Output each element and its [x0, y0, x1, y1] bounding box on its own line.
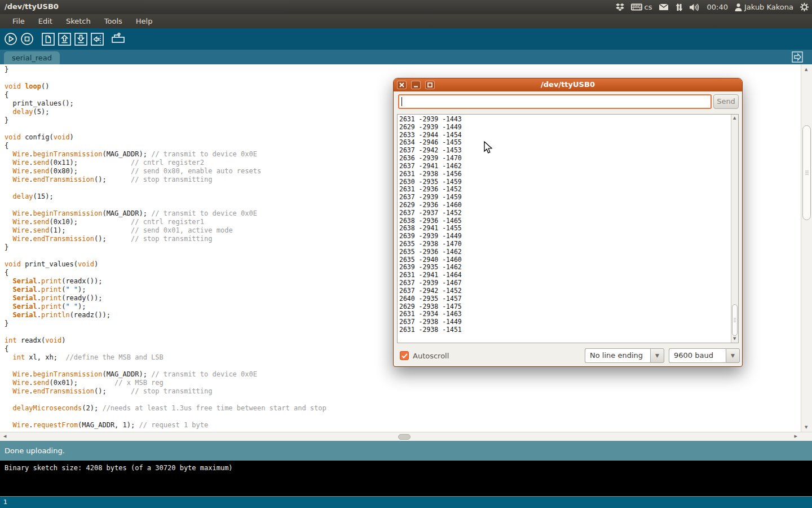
scroll-down-icon[interactable]: ▼ — [733, 337, 736, 341]
tab-menu-icon[interactable] — [791, 51, 804, 63]
volume-icon[interactable] — [690, 3, 700, 11]
user-name-label: Jakub Kakona — [744, 3, 793, 11]
toolbar — [0, 28, 812, 50]
serial-monitor-window: /dev/ttyUSB0 Send 2631 -2939 -14432629 -… — [393, 78, 743, 367]
editor-scrollbar-thumb[interactable] — [802, 125, 811, 220]
upload-button[interactable] — [90, 32, 104, 46]
console-text: Binary sketch size: 4208 bytes (of a 307… — [5, 464, 233, 472]
serial-input[interactable] — [398, 94, 712, 109]
window-titlebar[interactable]: /dev/ttyUSB0 cs 00:40 Jaku — [0, 0, 812, 14]
baud-rate-dropdown[interactable]: 9600 baud ▼ — [669, 348, 740, 363]
sync-arrows-icon[interactable] — [676, 3, 683, 11]
scroll-down-icon[interactable]: ▼ — [805, 426, 807, 430]
status-message: Done uploading. — [5, 446, 65, 455]
window-title: /dev/ttyUSB0 — [5, 2, 59, 11]
serial-monitor-button[interactable] — [111, 32, 125, 46]
serial-window-title: /dev/ttyUSB0 — [394, 80, 742, 89]
tab-strip: serial_read — [0, 50, 812, 64]
keyboard-indicator[interactable]: cs — [631, 3, 652, 11]
editor-hscrollbar-thumb[interactable] — [398, 434, 411, 440]
chevron-down-icon[interactable]: ▼ — [650, 348, 664, 363]
console-output: Binary sketch size: 4208 bytes (of a 307… — [0, 461, 812, 496]
scroll-up-icon[interactable]: ▲ — [733, 116, 736, 120]
serial-scrollbar-thumb[interactable] — [732, 304, 738, 336]
stop-button[interactable] — [20, 32, 34, 46]
scroll-left-icon[interactable]: ◀ — [3, 435, 6, 439]
arduino-ide-screen: /dev/ttyUSB0 cs 00:40 Jaku — [0, 0, 812, 508]
clock-label: 00:40 — [707, 3, 727, 11]
tab-serial-read[interactable]: serial_read — [4, 51, 60, 64]
line-number-bar: 1 — [0, 496, 812, 508]
open-sketch-button[interactable] — [57, 32, 72, 46]
session-gear-icon[interactable] — [800, 3, 809, 11]
line-ending-dropdown[interactable]: No line ending ▼ — [585, 348, 664, 363]
menu-edit[interactable]: Edit — [32, 14, 59, 28]
editor-vertical-scrollbar[interactable]: ▲ ▼ — [801, 64, 812, 432]
serial-output-area[interactable]: 2631 -2939 -14432629 -2939 -14492633 -29… — [397, 114, 739, 343]
serial-output: 2631 -2939 -14432629 -2939 -14492633 -29… — [399, 116, 730, 341]
text-caret — [401, 97, 402, 106]
send-button[interactable]: Send — [713, 94, 739, 109]
status-bar: Done uploading. — [0, 441, 812, 461]
user-menu[interactable]: Jakub Kakona — [735, 3, 793, 11]
new-sketch-button[interactable] — [41, 32, 55, 46]
menu-bar: File Edit Sketch Tools Help — [0, 14, 812, 28]
autoscroll-checkbox[interactable] — [400, 351, 409, 360]
verify-button[interactable] — [3, 32, 18, 46]
menu-help[interactable]: Help — [129, 14, 160, 28]
serial-window-titlebar[interactable]: /dev/ttyUSB0 — [394, 78, 742, 91]
chevron-down-icon[interactable]: ▼ — [726, 348, 740, 363]
scroll-right-icon[interactable]: ▶ — [795, 435, 797, 439]
save-sketch-button[interactable] — [73, 32, 88, 46]
editor-horizontal-scrollbar[interactable]: ◀ ▶ — [0, 432, 812, 441]
serial-scrollbar[interactable]: ▲ ▼ — [731, 115, 738, 343]
menu-tools[interactable]: Tools — [98, 14, 129, 28]
menu-sketch[interactable]: Sketch — [59, 14, 98, 28]
keyboard-layout-label: cs — [645, 3, 652, 11]
baud-rate-value: 9600 baud — [669, 348, 726, 363]
scroll-up-icon[interactable]: ▲ — [805, 68, 807, 72]
dropbox-icon[interactable] — [616, 3, 624, 11]
mail-icon[interactable] — [659, 3, 669, 11]
line-number: 1 — [3, 498, 7, 506]
clock[interactable]: 00:40 — [707, 3, 727, 11]
line-ending-value: No line ending — [585, 348, 650, 363]
autoscroll-label: Autoscroll — [413, 352, 449, 360]
system-tray: cs 00:40 Jakub Kakona — [616, 0, 809, 14]
menu-file[interactable]: File — [6, 14, 32, 28]
